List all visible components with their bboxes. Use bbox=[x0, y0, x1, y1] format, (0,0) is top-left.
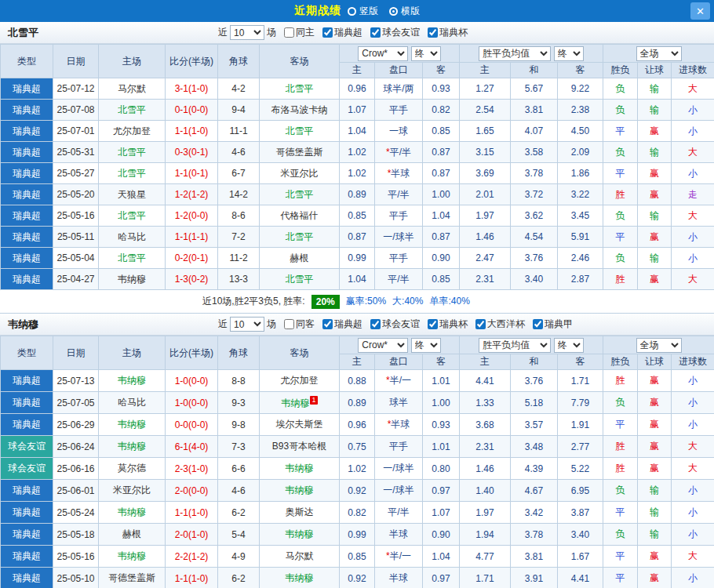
filter-checkbox-allsvenskan[interactable]: 瑞典超 bbox=[322, 318, 362, 331]
scope-select[interactable]: 全场 bbox=[636, 338, 682, 353]
home-team-cell: 北雪平 bbox=[99, 205, 166, 227]
odds-final-select[interactable]: 终 bbox=[411, 338, 441, 353]
home-odds-cell: 1.02 bbox=[340, 458, 375, 480]
home-team-cell: 哈马比 bbox=[99, 227, 166, 248]
home-odds-cell: 0.87 bbox=[340, 227, 375, 248]
away-team-cell: 代格福什 bbox=[260, 205, 340, 227]
filter-checkbox-allsvenskan[interactable]: 瑞典超 bbox=[322, 26, 362, 39]
avg-away-cell: 4.50 bbox=[558, 121, 603, 142]
home-odds-cell: 0.99 bbox=[340, 524, 375, 546]
home-odds-cell: 0.96 bbox=[340, 78, 375, 100]
handicap-star: * bbox=[388, 168, 392, 179]
away-team-cell: 哥德堡盖斯 bbox=[260, 142, 340, 163]
result-cell: 平 bbox=[603, 502, 638, 524]
score-cell: 1-3(0-2) bbox=[166, 269, 218, 290]
avg-home-cell: 1.71 bbox=[460, 568, 511, 588]
stats-summary: 近10场,胜2平3负5, 胜率: 20% 赢率:50% 大:40% 单率:40% bbox=[0, 290, 714, 314]
handicap-cell: 平手 bbox=[375, 100, 423, 121]
avg-away-cell: 6.95 bbox=[558, 480, 603, 502]
away-team-cell: 韦纳穆 bbox=[260, 568, 340, 588]
layout-radio-horizontal[interactable]: 横版 bbox=[389, 5, 420, 18]
filter-checkbox-same-home[interactable]: 同主 bbox=[284, 26, 315, 39]
handicap-cell: 半球 bbox=[375, 524, 423, 546]
avg-odds-select[interactable]: 胜平负均值 bbox=[479, 338, 551, 353]
handicap-cell: 平手 bbox=[375, 205, 423, 227]
friendly-checkbox[interactable] bbox=[370, 27, 381, 38]
col-result: 胜负 bbox=[603, 354, 638, 370]
goals-result-cell: 小 bbox=[672, 370, 714, 392]
home-odds-cell: 0.92 bbox=[340, 568, 375, 588]
avg-home-cell: 1.97 bbox=[460, 205, 511, 227]
scope-select[interactable]: 全场 bbox=[636, 46, 682, 61]
date-cell: 25-05-04 bbox=[53, 248, 99, 269]
filter-checkbox-swedish-cup[interactable]: 瑞典杯 bbox=[428, 318, 468, 331]
match-row: 球会友谊25-06-24韦纳穆6-1(4-0)7-3B93哥本哈根0.75平手1… bbox=[1, 436, 714, 458]
allsvenskan-checkbox[interactable] bbox=[322, 27, 333, 38]
filter-checkbox-friendly[interactable]: 球会友谊 bbox=[370, 318, 420, 331]
checkbox-label: 球会友谊 bbox=[382, 318, 420, 331]
avg-final-select[interactable]: 终 bbox=[554, 338, 584, 353]
avg-final-select[interactable]: 终 bbox=[554, 46, 584, 61]
superettan-checkbox[interactable] bbox=[533, 319, 543, 329]
avg-odds-select[interactable]: 胜平负均值 bbox=[479, 46, 551, 61]
result-cell: 平 bbox=[603, 121, 638, 142]
league-type-cell: 瑞典超 bbox=[1, 370, 53, 392]
goals-result-cell: 小 bbox=[672, 121, 714, 142]
handicap-result-cell: 赢 bbox=[638, 370, 672, 392]
team-name: 韦纳穆 bbox=[0, 318, 218, 332]
near-count-select[interactable]: 10 bbox=[230, 317, 264, 332]
date-cell: 25-05-16 bbox=[53, 546, 99, 568]
goals-result-cell: 大 bbox=[672, 205, 714, 227]
league-type-cell: 瑞典超 bbox=[1, 546, 53, 568]
col-avg-home: 主 bbox=[460, 63, 511, 78]
avg-away-cell: 2.87 bbox=[558, 269, 603, 290]
close-icon[interactable]: ✕ bbox=[690, 2, 710, 20]
filter-checkbox-same-away[interactable]: 同客 bbox=[284, 318, 315, 331]
checkbox-label: 同客 bbox=[296, 318, 315, 331]
away-team-cell: B93哥本哈根 bbox=[260, 436, 340, 458]
goals-result-cell: 小 bbox=[672, 480, 714, 502]
swedish-cup-checkbox[interactable] bbox=[428, 319, 438, 329]
filter-checkbox-atlantic-cup[interactable]: 大西洋杯 bbox=[475, 318, 525, 331]
handicap-cell: *半/一 bbox=[375, 370, 423, 392]
allsvenskan-checkbox[interactable] bbox=[322, 319, 333, 329]
goals-result-cell: 小 bbox=[672, 248, 714, 269]
handicap-result-cell: 输 bbox=[638, 205, 672, 227]
swedish-cup-checkbox[interactable] bbox=[428, 27, 438, 38]
layout-radio-vertical[interactable]: 竖版 bbox=[348, 5, 378, 18]
home-team-cell: 韦纳穆 bbox=[99, 502, 166, 524]
away-team-cell: 北雪平 bbox=[260, 227, 340, 248]
same-away-checkbox[interactable] bbox=[284, 319, 294, 329]
league-type-cell: 球会友谊 bbox=[1, 458, 53, 480]
odds-final-select[interactable]: 终 bbox=[411, 46, 441, 61]
win-odds-rate: 赢率:50% bbox=[346, 295, 386, 308]
home-odds-cell: 0.99 bbox=[340, 248, 375, 269]
col-result: 胜负 bbox=[603, 63, 638, 78]
same-home-checkbox[interactable] bbox=[284, 27, 294, 38]
league-type-cell: 瑞典超 bbox=[1, 142, 53, 163]
filter-checkbox-superettan[interactable]: 瑞典甲 bbox=[533, 318, 573, 331]
home-odds-cell: 0.89 bbox=[340, 184, 375, 205]
date-cell: 25-07-01 bbox=[53, 121, 99, 142]
handicap-cell: 球半/两 bbox=[375, 78, 423, 100]
filter-checkbox-friendly[interactable]: 球会友谊 bbox=[370, 26, 420, 39]
away-team-cell: 北雪平 bbox=[260, 184, 340, 205]
filter-checkbox-swedish-cup[interactable]: 瑞典杯 bbox=[428, 26, 468, 39]
away-team-cell: 北雪平 bbox=[260, 78, 340, 100]
handicap-cell: *半球 bbox=[375, 163, 423, 184]
odds-source-select[interactable]: Crow* bbox=[358, 338, 408, 353]
atlantic-cup-checkbox[interactable] bbox=[475, 319, 486, 329]
avg-home-cell: 2.01 bbox=[460, 184, 511, 205]
away-team-cell: 马尔默 bbox=[260, 546, 340, 568]
friendly-checkbox[interactable] bbox=[370, 319, 381, 329]
checkbox-label: 同主 bbox=[296, 26, 315, 39]
near-count-select[interactable]: 10 bbox=[230, 25, 264, 40]
corner-cell: 8-6 bbox=[218, 205, 260, 227]
home-team-cell: 莫尔德 bbox=[99, 458, 166, 480]
checkbox-label: 瑞典超 bbox=[334, 318, 362, 331]
league-type-cell: 瑞典超 bbox=[1, 78, 53, 100]
corner-cell: 6-7 bbox=[218, 163, 260, 184]
league-type-cell: 瑞典超 bbox=[1, 205, 53, 227]
match-row: 瑞典超25-05-16韦纳穆2-2(1-2)4-9马尔默0.85*半/一1.04… bbox=[1, 546, 714, 568]
odds-source-select[interactable]: Crow* bbox=[358, 46, 408, 61]
